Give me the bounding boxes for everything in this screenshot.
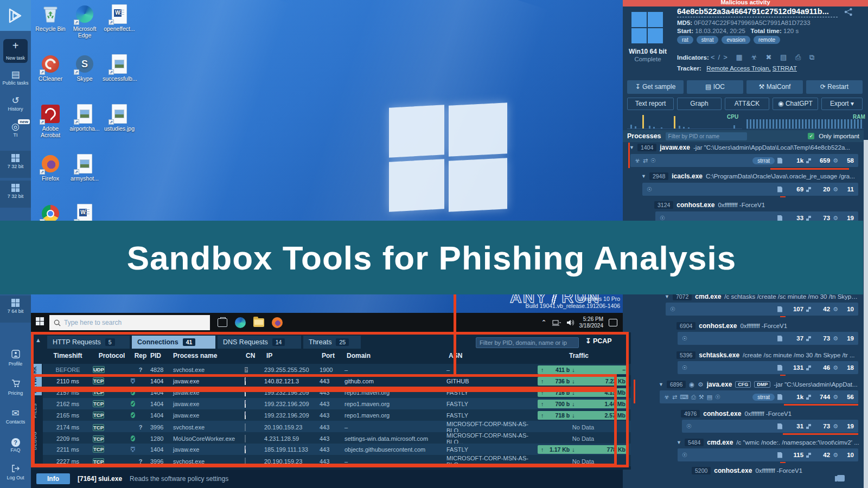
malconf-button[interactable]: ⚒ MalConf bbox=[746, 80, 803, 94]
export-button[interactable]: Export ▾ bbox=[821, 98, 863, 110]
caret-icon[interactable]: ▼ bbox=[641, 174, 646, 179]
tab-threats[interactable]: Threats 25 bbox=[303, 336, 361, 349]
task-view-icon[interactable] bbox=[218, 318, 227, 327]
graph-button[interactable]: Graph bbox=[677, 98, 722, 110]
process-stats-cmd-7072[interactable]: ☉ 107 42 ⚙10 bbox=[666, 303, 858, 316]
process-stats-schtasks[interactable]: ☉ 131 46 ⚙18 bbox=[678, 361, 858, 374]
process-stats-javaw[interactable]: ☣⇄☉ strrat 1k 659 ⚙58 bbox=[630, 154, 858, 167]
desktop-icon-successfulb-image[interactable]: ↗ successfulb... bbox=[103, 54, 136, 82]
process-row-conhost-3124[interactable]: 3124 conhost.exe 0xffffffff -ForceV1 bbox=[654, 200, 859, 210]
sidebar-item-ti[interactable]: new ◎ TI bbox=[0, 121, 31, 138]
process-stats-java[interactable]: ☣⇄⌨⎙⚒▤☉ strrat 1k 744 ⚙56 bbox=[660, 390, 858, 403]
get-sample-button[interactable]: ↧ Get sample bbox=[627, 80, 684, 94]
cfg-chip[interactable]: CFG bbox=[735, 381, 751, 388]
col-timeshift[interactable]: Timeshift bbox=[43, 352, 93, 363]
table-row[interactable]: 2227 ms TCP ? 3996 svchost.exe 20.190.15… bbox=[43, 455, 631, 466]
table-row[interactable]: 2157 ms TCP ✓ 1404 javaw.exe 199.232.196… bbox=[43, 387, 631, 398]
indicator-icons[interactable]: </> ▦ ☣ ✖ ▤ ⎙ ⧉ bbox=[711, 53, 818, 61]
process-row-conhost-6904[interactable]: 6904 conhost.exe 0xffffffff -ForceV1 bbox=[676, 321, 859, 331]
table-row[interactable]: 2209 ms TCP ✓ 1280 MoUsoCoreWorker.exe 4… bbox=[43, 432, 631, 444]
desktop-icon-adobe-acrobat[interactable]: ↗ Adobe Acrobat bbox=[34, 104, 67, 138]
only-important-checkbox[interactable]: ✓ bbox=[808, 133, 814, 139]
table-row[interactable]: 2211 ms TCP ✕ 1404 javaw.exe 185.199.111… bbox=[43, 444, 631, 455]
col-domain[interactable]: Domain bbox=[347, 352, 449, 363]
file-explorer-icon[interactable] bbox=[253, 318, 264, 327]
taskbar-clock[interactable]: 5:26 PM 3/18/2024 bbox=[579, 316, 604, 329]
tracker-link-rat[interactable]: Remote Access Trojan, bbox=[706, 65, 770, 72]
col-traffic[interactable]: Traffic bbox=[538, 352, 620, 363]
col-pid[interactable]: PID bbox=[150, 352, 173, 363]
start-button[interactable] bbox=[31, 317, 49, 328]
network-filter-input[interactable] bbox=[476, 337, 579, 348]
col-protocol[interactable]: Protocol bbox=[93, 352, 131, 363]
sidebar-item-pricing[interactable]: Pricing bbox=[0, 380, 31, 396]
desktop-icon-firefox[interactable]: ↗ Firefox bbox=[34, 154, 67, 182]
desktop-icon-skype[interactable]: S ↗ Skype bbox=[68, 54, 101, 82]
process-row-conhost-4976[interactable]: 4976 conhost.exe 0xffffffff -ForceV1 bbox=[681, 409, 859, 419]
tab-dns-requests[interactable]: DNS Requests 14 bbox=[218, 336, 301, 349]
col-ip[interactable]: IP bbox=[266, 352, 322, 363]
process-filter-input[interactable] bbox=[666, 132, 747, 140]
new-task-button[interactable]: + New task bbox=[3, 39, 28, 63]
tracker-link-strrat[interactable]: STRRAT bbox=[773, 65, 797, 72]
process-row-conhost-5200[interactable]: 5200 conhost.exe 0xffffffff -ForceV1 bbox=[692, 466, 859, 476]
desktop-icon-ccleaner[interactable]: ↗ CCleaner bbox=[34, 54, 67, 82]
anyrun-logo[interactable] bbox=[0, 0, 31, 31]
process-stats-icacls[interactable]: ☉ 69 20 ⚙11 bbox=[642, 183, 858, 196]
col-rep[interactable]: Rep bbox=[131, 352, 150, 363]
tag-rat[interactable]: rat bbox=[677, 36, 693, 44]
search-input[interactable] bbox=[64, 319, 194, 326]
sidebar-item-logout[interactable]: Log Out bbox=[0, 464, 31, 480]
sidebar-item-win7-64bit[interactable]: 7 64 bit bbox=[0, 296, 31, 323]
process-row-cmd-5484[interactable]: ▼ 5484 cmd.exe /c "wmic /node:. /namespa… bbox=[676, 438, 859, 447]
desktop-icon-recycle-bin[interactable]: Recycle Bin bbox=[34, 4, 67, 32]
process-row-icacls[interactable]: ▼ 2948 icacls.exe C:\ProgramData\Oracle\… bbox=[641, 171, 859, 181]
process-row-javaw[interactable]: ▼ 1404 javaw.exe -jar "C:\Users\admin\Ap… bbox=[629, 143, 859, 152]
tag-evasion[interactable]: evasion bbox=[722, 36, 750, 44]
tray-chevron-icon[interactable]: ⌃ bbox=[541, 319, 546, 326]
edge-taskbar-icon[interactable] bbox=[235, 317, 246, 328]
info-button[interactable]: Info bbox=[36, 473, 70, 484]
desktop-icon-armyshot-image[interactable]: ↗ armyshot... bbox=[68, 154, 101, 182]
desktop-icon-edge[interactable]: ↗ Microsoft Edge bbox=[68, 4, 101, 38]
table-row[interactable]: 2162 ms TCP ✓ 1404 javaw.exe 199.232.196… bbox=[43, 398, 631, 409]
chatgpt-button[interactable]: ◉ ChatGPT bbox=[773, 98, 818, 110]
sidebar-item-history[interactable]: ↺ History bbox=[0, 95, 31, 112]
firefox-taskbar-icon[interactable] bbox=[272, 317, 283, 328]
panel-scrollbar[interactable] bbox=[864, 140, 868, 488]
table-row[interactable]: BEFORE UDP ? 4828 svchost.exe ? 239.255.… bbox=[43, 364, 631, 375]
sidebar-item-profile[interactable]: Profile bbox=[0, 350, 31, 367]
table-row[interactable]: 2165 ms TCP ✓ 1404 javaw.exe 199.232.196… bbox=[43, 409, 631, 421]
ioc-button[interactable]: ▤ IOC bbox=[687, 80, 743, 94]
process-row-java[interactable]: ▼ 6896 ◉⚙ java.exe CFG DMP -jar "C:\User… bbox=[659, 380, 859, 389]
tag-remote[interactable]: remote bbox=[754, 36, 780, 44]
sample-hash[interactable]: 64e8cb522a3a4664791c27512d94a911b... bbox=[677, 7, 838, 17]
process-row-schtasks[interactable]: 5396 schtasks.exe /create /sc minute /mo… bbox=[676, 350, 859, 360]
attack-button[interactable]: ATT&CK bbox=[725, 98, 769, 110]
tab-connections[interactable]: Connections 41 bbox=[132, 336, 215, 349]
text-report-button[interactable]: Text report bbox=[627, 98, 674, 110]
restart-button[interactable]: ⟳ Restart bbox=[806, 80, 863, 94]
taskbar-search[interactable] bbox=[49, 315, 210, 330]
sidebar-item-win7-32bit[interactable]: 7 32 bit bbox=[0, 151, 31, 178]
dmp-chip[interactable]: DMP bbox=[754, 381, 770, 388]
sidebar-item-contacts[interactable]: ✉ Contacts bbox=[0, 408, 31, 425]
caret-icon[interactable]: ▼ bbox=[629, 145, 634, 150]
col-cn[interactable]: CN bbox=[246, 352, 265, 363]
share-icon[interactable] bbox=[844, 8, 853, 16]
table-row-highlighted[interactable]: 2110 ms TCP ✕ 1404 javaw.exe 140.82.121.… bbox=[43, 375, 631, 387]
sidebar-item-public-tasks[interactable]: ▤ Public tasks bbox=[0, 69, 31, 86]
caret-icon[interactable]: ▼ bbox=[665, 294, 669, 299]
desktop-icon-openeffect-doc[interactable]: W↗ openeffect... bbox=[103, 4, 136, 32]
caret-icon[interactable]: ▼ bbox=[659, 382, 663, 387]
sidebar-item-faq[interactable]: ? FAQ bbox=[0, 436, 31, 453]
notification-center-icon[interactable] bbox=[609, 319, 617, 326]
process-stats-cmd-5484[interactable]: ☉ 115 42 ⚙10 bbox=[678, 448, 858, 461]
desktop-icon-ustudies-image[interactable]: ↗ ustudies.jpg bbox=[103, 104, 136, 132]
tab-http-requests[interactable]: HTTP Requests 5 bbox=[47, 336, 130, 349]
speaker-icon[interactable] bbox=[566, 319, 574, 326]
col-port[interactable]: Port bbox=[322, 352, 347, 363]
table-row[interactable]: 2174 ms TCP ? 3996 svchost.exe 20.190.15… bbox=[43, 421, 631, 432]
caret-icon[interactable]: ▼ bbox=[676, 440, 681, 445]
process-stats-conhost-4976[interactable]: ☉ 31 73 ⚙19 bbox=[682, 420, 858, 433]
